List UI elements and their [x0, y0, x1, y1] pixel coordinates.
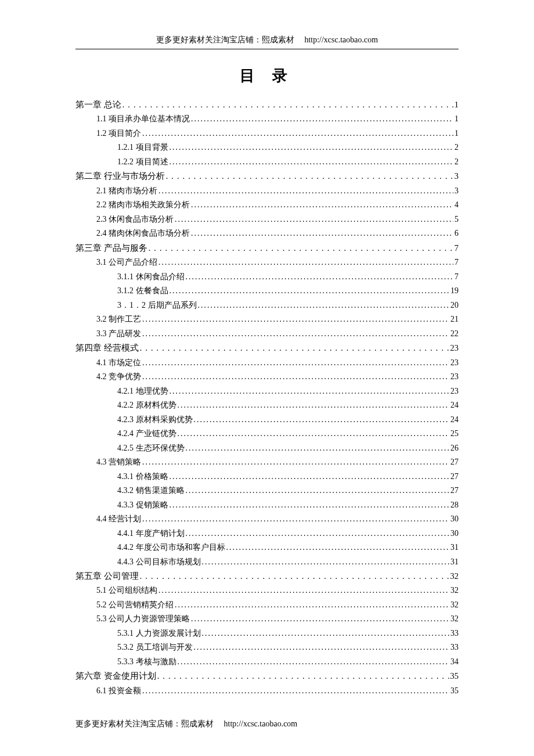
toc-entry: 1.2 项目简介................................… — [96, 127, 459, 141]
toc-leader-dots: ........................................… — [186, 441, 450, 456]
toc-entry-page: 23 — [450, 341, 459, 355]
toc-entry-page: 19 — [450, 284, 459, 298]
toc-entry-page: 28 — [450, 498, 459, 513]
toc-entry-label: 4.1 市场定位 — [96, 356, 141, 370]
toc-entry-page: 34 — [450, 655, 459, 669]
toc-leader-dots: ........................................… — [149, 241, 453, 255]
toc-entry-label: 4.4.3 公司目标市场规划 — [117, 555, 201, 570]
toc-entry-page: 33 — [450, 640, 459, 655]
toc-entry: 3.3 产品研发................................… — [96, 327, 459, 341]
toc-leader-dots: ........................................… — [226, 541, 450, 555]
toc-leader-dots: ........................................… — [194, 640, 450, 655]
toc-entry: 4.4.2 年度公司市场和客户目标.......................… — [117, 541, 459, 555]
toc-entry-page: 27 — [450, 484, 459, 498]
toc-entry-page: 35 — [450, 684, 459, 699]
toc-leader-dots: ........................................… — [191, 226, 453, 241]
toc-entry-page: 32 — [450, 612, 459, 627]
toc-entry-label: 4.2.4 产业链优势 — [117, 427, 176, 441]
toc-entry-label: 4.3 营销策略 — [96, 455, 141, 470]
toc-entry-page: 5 — [454, 213, 459, 227]
toc-entry: 4.1 市场定位................................… — [96, 356, 459, 370]
toc-entry-label: 3.1.2 佐餐食品 — [117, 284, 168, 298]
toc-entry: 3.1 公司产品介绍..............................… — [96, 255, 459, 270]
toc-entry: 第四章 经营模式................................… — [75, 341, 459, 355]
toc-entry-label: 2.1 猪肉市场分析 — [96, 184, 157, 199]
toc-entry-label: 4.2.5 生态环保优势 — [117, 441, 185, 456]
toc-entry: 3.1.1 休闲食品介绍............................… — [117, 270, 459, 285]
toc-entry-label: 第五章 公司管理 — [75, 569, 139, 584]
footer-link[interactable]: http://xcsc.taobao.com — [224, 719, 298, 728]
toc-entry-page: 20 — [450, 298, 459, 313]
toc-entry: 3.1.2 佐餐食品..............................… — [117, 284, 459, 298]
toc-entry-label: 2.2 猪肉市场相关政策分析 — [96, 198, 190, 213]
toc-leader-dots: ........................................… — [142, 512, 449, 527]
toc-leader-dots: ........................................… — [142, 356, 449, 370]
toc-leader-dots: ........................................… — [158, 255, 453, 270]
toc-entry-label: 4.4.1 年度产销计划 — [117, 527, 185, 541]
toc-entry-label: 2.3 休闲食品市场分析 — [96, 213, 174, 227]
toc-entry-page: 23 — [450, 370, 459, 384]
toc-leader-dots: ........................................… — [186, 270, 454, 285]
toc-entry-page: 31 — [450, 555, 459, 570]
toc-entry-label: 第二章 行业与市场分析 — [75, 169, 165, 183]
header-link[interactable]: http://xcsc.taobao.com — [304, 35, 378, 44]
toc-entry-label: 4.4.2 年度公司市场和客户目标 — [117, 541, 225, 555]
toc-entry-label: 3.2 制作工艺 — [96, 312, 141, 327]
toc-entry: 4.3 营销策略................................… — [96, 455, 459, 470]
toc-entry: 第一章 总论..................................… — [75, 98, 459, 112]
toc-leader-dots: ........................................… — [166, 169, 453, 183]
toc-entry-page: 32 — [450, 569, 459, 584]
footer-text: 更多更好素材关注淘宝店铺：熙成素材 — [75, 719, 214, 728]
toc-leader-dots: ........................................… — [175, 213, 453, 227]
toc-entry-label: 4.3.2 销售渠道策略 — [117, 484, 185, 498]
toc-entry-label: 5.1 公司组织结构 — [96, 584, 157, 598]
toc-leader-dots: ........................................… — [202, 555, 450, 570]
toc-entry-page: 1 — [454, 112, 459, 127]
toc-entry-page: 25 — [450, 427, 459, 441]
toc-entry-label: 3.3 产品研发 — [96, 327, 141, 341]
toc-entry: 5.3 公司人力资源管理策略..........................… — [96, 612, 459, 627]
toc-entry: 4.2.4 产业链优势.............................… — [117, 427, 459, 441]
toc-entry: 4.2 竞争优势................................… — [96, 370, 459, 384]
toc-entry: 第二章 行业与市场分析.............................… — [75, 169, 459, 183]
toc-leader-dots: ........................................… — [198, 298, 450, 313]
toc-entry: 2.3 休闲食品市场分析............................… — [96, 213, 459, 227]
toc-leader-dots: ........................................… — [169, 284, 450, 298]
toc-leader-dots: ........................................… — [186, 527, 450, 541]
toc-leader-dots: ........................................… — [191, 612, 449, 627]
toc-entry: 5.3.3 考核与激励.............................… — [117, 655, 459, 669]
toc-entry: 2.2 猪肉市场相关政策分析..........................… — [96, 198, 459, 213]
toc-entry-page: 32 — [450, 584, 459, 598]
toc-entry-page: 1 — [454, 127, 459, 141]
toc-entry: 第三章 产品与服务...............................… — [75, 241, 459, 255]
toc-leader-dots: ........................................… — [191, 112, 453, 127]
toc-leader-dots: ........................................… — [169, 384, 450, 399]
toc-entry-page: 7 — [454, 255, 459, 270]
toc-leader-dots: ........................................… — [158, 184, 453, 199]
toc-entry-page: 23 — [450, 356, 459, 370]
toc-leader-dots: ........................................… — [158, 584, 449, 598]
toc-entry-page: 26 — [450, 441, 459, 456]
toc-entry-label: 4.2.2 原材料优势 — [117, 398, 176, 413]
toc-entry-label: 1.2 项目简介 — [96, 127, 141, 141]
toc-entry-label: 4.2.3 原材料采购优势 — [117, 413, 193, 427]
toc-entry-page: 30 — [450, 527, 459, 541]
toc-leader-dots: ........................................… — [186, 484, 450, 498]
toc-entry-page: 33 — [450, 627, 459, 641]
toc-entry: 6.1 投资金额................................… — [96, 684, 459, 699]
toc-entry: 4.2.3 原材料采购优势...........................… — [117, 413, 459, 427]
header-text: 更多更好素材关注淘宝店铺：熙成素材 — [156, 35, 294, 44]
toc-leader-dots: ........................................… — [142, 312, 449, 327]
toc-entry-label: 第四章 经营模式 — [75, 341, 139, 355]
toc-entry: 4.4.1 年度产销计划............................… — [117, 527, 459, 541]
toc-entry-label: 5.3.3 考核与激励 — [117, 655, 176, 669]
toc-entry-label: 6.1 投资金额 — [96, 684, 141, 699]
toc-leader-dots: ........................................… — [142, 127, 453, 141]
toc-entry-label: 5.2 公司营销精英介绍 — [96, 598, 174, 613]
toc-entry-page: 27 — [450, 455, 459, 470]
toc-entry-label: 1.2.2 项目简述 — [117, 155, 168, 170]
toc-entry-page: 23 — [450, 384, 459, 399]
toc-entry-page: 2 — [454, 155, 459, 170]
toc-leader-dots: ........................................… — [169, 498, 450, 513]
toc-entry-page: 31 — [450, 541, 459, 555]
